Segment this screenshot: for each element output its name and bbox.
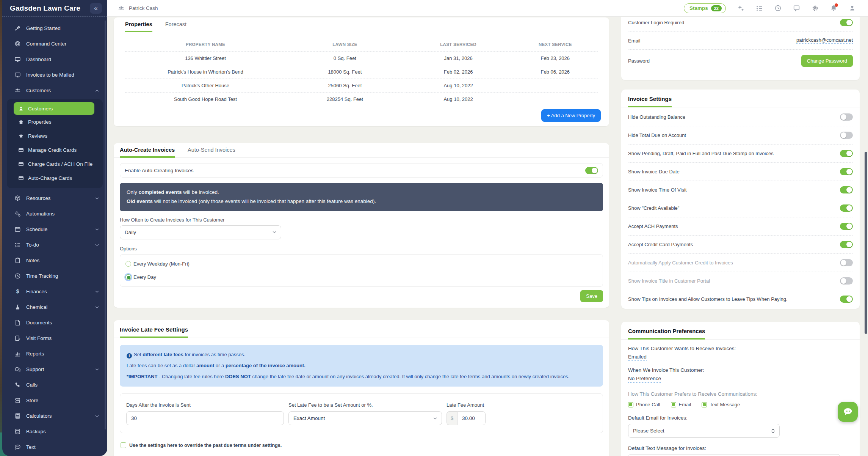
sidebar-item-store[interactable]: Store	[2, 393, 107, 408]
sidebar-item-visit-forms[interactable]: Visit Forms	[2, 330, 107, 346]
frequency-select[interactable]: Daily	[120, 225, 281, 239]
radio-selected[interactable]	[125, 274, 131, 280]
setting-toggle[interactable]	[840, 241, 853, 248]
sidebar-item-documents[interactable]: Documents	[2, 315, 107, 330]
table-row[interactable]: South Good Hope Road Test 228254 Sq. Fee…	[125, 93, 598, 106]
submenu-item-reviews[interactable]: Reviews	[7, 129, 103, 143]
submenu-item-charge-cards-ach[interactable]: Charge Cards / ACH On File	[7, 157, 103, 171]
sidebar-item-automations[interactable]: Automations	[2, 206, 107, 222]
table-row[interactable]: Patrick's Other House 25060 Sq. Feet Aug…	[125, 79, 598, 93]
channel-phone-call[interactable]: Phone Call	[628, 402, 660, 407]
tab-forecast[interactable]: Forecast	[165, 21, 186, 32]
sidebar-item-label: Invoices to be Mailed	[26, 72, 74, 78]
bell-icon[interactable]	[830, 5, 837, 12]
tab-auto-send-invoices[interactable]: Auto-Send Invoices	[188, 147, 235, 157]
submenu-item-manage-credit-cards[interactable]: Manage Credit Cards	[7, 143, 103, 157]
sidebar-item-finances[interactable]: $ Finances	[2, 284, 107, 299]
sidebar-item-command-center[interactable]: Command Center	[2, 36, 107, 52]
fee-type-select[interactable]: Exact Amount	[288, 411, 442, 425]
sidebar-item-label: Backups	[26, 429, 46, 434]
sidebar-item-customers[interactable]: Customers	[2, 83, 107, 98]
current-customer-chip[interactable]: Patrick Cash	[118, 5, 158, 12]
days-after-input[interactable]: 30	[126, 411, 284, 425]
channel-email[interactable]: Email	[671, 402, 691, 407]
checkbox-checked[interactable]	[671, 402, 676, 407]
setting-toggle[interactable]	[840, 168, 853, 175]
table-row[interactable]: Patrick's House in Whorton's Bend 18000 …	[125, 65, 598, 79]
default-email-selected-value: Please Select	[633, 428, 664, 434]
user-icon[interactable]	[849, 5, 856, 12]
enable-auto-create-toggle[interactable]	[585, 167, 598, 174]
setting-toggle[interactable]	[840, 150, 853, 157]
table-row[interactable]: 136 Whittier Street 0 Sq. Feet Jan 31, 2…	[125, 52, 598, 65]
gear-icon[interactable]	[812, 5, 819, 12]
default-email-select[interactable]: Please Select	[628, 424, 780, 438]
customers-submenu: Customers Properties Reviews Manage Cred…	[7, 99, 103, 188]
storefront-icon	[14, 397, 21, 404]
override-checkbox[interactable]	[121, 442, 126, 448]
sidebar-item-calls[interactable]: Calls	[2, 377, 107, 393]
tab-auto-create-invoices[interactable]: Auto-Create Invoices	[120, 147, 175, 158]
save-button[interactable]: Save	[580, 290, 603, 302]
setting-toggle[interactable]	[840, 259, 853, 266]
setting-toggle[interactable]	[840, 296, 853, 303]
add-property-button[interactable]: + Add a New Property	[541, 109, 601, 122]
sidebar-item-backups[interactable]: Backups	[2, 424, 107, 439]
sparkles-icon[interactable]	[737, 5, 744, 12]
submenu-item-properties[interactable]: Properties	[7, 115, 103, 129]
submenu-item-label: Customers	[28, 106, 53, 112]
sidebar-item-chemical[interactable]: Chemical	[2, 299, 107, 315]
change-password-button[interactable]: Change Password	[801, 55, 853, 67]
chevrons-left-icon[interactable]: «	[90, 3, 102, 14]
setting-toggle[interactable]	[840, 186, 853, 193]
clock-icon[interactable]	[774, 5, 782, 12]
submenu-item-customers[interactable]: Customers	[14, 102, 94, 115]
sidebar-item-resources[interactable]: Resources	[2, 190, 107, 206]
stamps-button[interactable]: Stamps 22	[684, 3, 726, 13]
invoice-settings-titlebar: Invoice Settings	[621, 90, 860, 107]
frequency-selected-value: Daily	[125, 230, 136, 235]
option-every-weekday[interactable]: Every Weekday (Mon-Fri)	[125, 261, 597, 267]
tab-properties[interactable]: Properties	[125, 21, 152, 32]
info-line: *IMPORTANT - Changing late fee rules her…	[127, 373, 596, 381]
setting-toggle[interactable]	[840, 277, 853, 285]
sidebar-item-time-tracking[interactable]: Time Tracking	[2, 268, 107, 284]
radio-unselected[interactable]	[125, 261, 131, 267]
channel-text-message[interactable]: Text Message	[702, 402, 740, 407]
page-scrollbar-thumb[interactable]	[865, 152, 867, 334]
sidebar-item-notes[interactable]: Notes	[2, 253, 107, 268]
sidebar-item-dashboard[interactable]: Dashboard	[2, 52, 107, 67]
sidebar-item-getting-started[interactable]: Getting Started	[2, 20, 107, 36]
sidebar-item-calculators[interactable]: Calculators	[2, 408, 107, 424]
email-value[interactable]: patrickcash@comcast.net	[796, 37, 853, 44]
when-invoice-value[interactable]: No Preference	[628, 376, 661, 383]
receive-invoices-value[interactable]: Emailed	[628, 354, 647, 361]
sidebar-item-invoices-to-be-mailed[interactable]: Invoices to be Mailed	[2, 67, 107, 83]
setting-toggle[interactable]	[840, 223, 853, 230]
default-text-input[interactable]	[628, 454, 840, 456]
chat-icon[interactable]	[793, 5, 800, 12]
live-chat-button[interactable]	[838, 402, 858, 422]
lawn-size-cell: 228254 Sq. Feet	[286, 93, 404, 106]
setting-toggle[interactable]	[840, 113, 853, 121]
checkbox-checked[interactable]	[628, 402, 633, 407]
login-required-toggle[interactable]	[840, 19, 853, 26]
clock-icon	[14, 273, 21, 279]
checklist-icon[interactable]	[756, 5, 763, 12]
sidebar-item-text[interactable]: SMS Text	[2, 439, 107, 455]
option-every-day[interactable]: Every Day	[125, 274, 597, 280]
sidebar-item-support[interactable]: Support	[2, 362, 107, 377]
properties-table: PROPERTY NAME LAWN SIZE LAST SERVICED NE…	[125, 38, 598, 106]
sidebar-item-reports[interactable]: Reports	[2, 346, 107, 362]
setting-label: Show Pending, Draft, Paid in Full and Pa…	[628, 151, 778, 156]
fee-amount-input[interactable]: 30.00	[457, 411, 486, 425]
submenu-item-auto-charge-cards[interactable]: Auto-Charge Cards	[7, 171, 103, 185]
sidebar-item-schedule[interactable]: Schedule	[2, 222, 107, 237]
sidebar-scrollbar[interactable]	[105, 20, 106, 429]
setting-toggle[interactable]	[840, 132, 853, 139]
override-terms-row[interactable]: Use the settings here to override the pa…	[120, 442, 603, 448]
checkbox-checked[interactable]	[702, 402, 707, 407]
setting-toggle[interactable]	[840, 204, 853, 212]
sidebar-item-todo[interactable]: To-do	[2, 237, 107, 253]
svg-text:SMS: SMS	[16, 446, 19, 448]
